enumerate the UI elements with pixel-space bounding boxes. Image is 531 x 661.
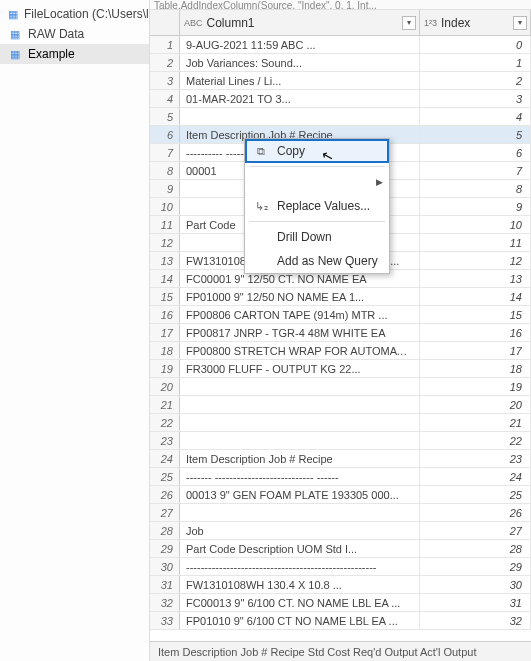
table-row[interactable]: 15 FP01000 9" 12/50 NO NAME EA 1...14 — [150, 288, 531, 306]
cell-column1[interactable]: Material Lines / Li... — [180, 72, 420, 89]
table-row[interactable]: 2 Job Variances: Sound...1 — [150, 54, 531, 72]
table-row[interactable]: 2120 — [150, 396, 531, 414]
row-number[interactable]: 29 — [150, 540, 180, 557]
row-number[interactable]: 20 — [150, 378, 180, 395]
cell-column1[interactable]: 9-AUG-2021 11:59 ABC ... — [180, 36, 420, 53]
cell-index[interactable]: 7 — [420, 162, 531, 179]
cell-column1[interactable]: 00013 9" GEN FOAM PLATE 193305 000... — [180, 486, 420, 503]
cell-index[interactable]: 27 — [420, 522, 531, 539]
cell-column1[interactable]: FC00013 9" 6/100 CT. NO NAME LBL EA ... — [180, 594, 420, 611]
cell-column1[interactable]: FP01000 9" 12/50 NO NAME EA 1... — [180, 288, 420, 305]
grid-body[interactable]: 19-AUG-2021 11:59 ABC ...02 Job Variance… — [150, 36, 531, 641]
cell-index[interactable]: 26 — [420, 504, 531, 521]
cell-column1[interactable] — [180, 414, 420, 431]
cell-index[interactable]: 3 — [420, 90, 531, 107]
column-header-index[interactable]: 1²3 Index ▾ — [420, 10, 531, 35]
table-row[interactable]: 2322 — [150, 432, 531, 450]
cell-index[interactable]: 8 — [420, 180, 531, 197]
cell-index[interactable]: 20 — [420, 396, 531, 413]
cell-column1[interactable] — [180, 432, 420, 449]
table-row[interactable]: 2019 — [150, 378, 531, 396]
cell-index[interactable]: 13 — [420, 270, 531, 287]
table-row[interactable]: 2600013 9" GEN FOAM PLATE 193305 000...2… — [150, 486, 531, 504]
table-row[interactable]: 18 FP00800 STRETCH WRAP FOR AUTOMATI...1… — [150, 342, 531, 360]
cell-column1[interactable]: FR3000 FLUFF - OUTPUT KG 22... — [180, 360, 420, 377]
row-number[interactable]: 27 — [150, 504, 180, 521]
row-number[interactable]: 2 — [150, 54, 180, 71]
cell-index[interactable]: 29 — [420, 558, 531, 575]
row-number[interactable]: 6 — [150, 126, 180, 143]
sidebar-item-example[interactable]: ▦ Example — [0, 44, 149, 64]
cell-column1[interactable]: ------- --------------------------- ----… — [180, 468, 420, 485]
sidebar-item-filelocation[interactable]: ▦ FileLocation (C:\Users\lisde... — [0, 4, 149, 24]
context-menu-replace-values[interactable]: ↳₂ Replace Values... — [245, 194, 389, 218]
row-number[interactable]: 9 — [150, 180, 180, 197]
table-row[interactable]: 33 FP01010 9" 6/100 CT NO NAME LBL EA ..… — [150, 612, 531, 630]
table-row[interactable]: 4 01-MAR-2021 TO 3...3 — [150, 90, 531, 108]
cell-column1[interactable] — [180, 396, 420, 413]
table-row[interactable]: 28 Job27 — [150, 522, 531, 540]
table-row[interactable]: 16 FP00806 CARTON TAPE (914m) MTR ...15 — [150, 306, 531, 324]
row-number[interactable]: 26 — [150, 486, 180, 503]
cell-index[interactable]: 31 — [420, 594, 531, 611]
table-row[interactable]: 30 -------------------------------------… — [150, 558, 531, 576]
table-row[interactable]: 29 Part Code Description UOM Std I...28 — [150, 540, 531, 558]
row-number[interactable]: 23 — [150, 432, 180, 449]
cell-index[interactable]: 6 — [420, 144, 531, 161]
row-number[interactable]: 14 — [150, 270, 180, 287]
context-menu-copy[interactable]: ⧉ Copy — [245, 139, 389, 163]
cell-index[interactable]: 28 — [420, 540, 531, 557]
cell-index[interactable]: 15 — [420, 306, 531, 323]
table-row[interactable]: 24Item Description Job # Recipe23 — [150, 450, 531, 468]
cell-column1[interactable]: Part Code Description UOM Std I... — [180, 540, 420, 557]
sidebar-item-rawdata[interactable]: ▦ RAW Data — [0, 24, 149, 44]
table-row[interactable]: 3 Material Lines / Li...2 — [150, 72, 531, 90]
filter-dropdown-icon[interactable]: ▾ — [402, 16, 416, 30]
cell-column1[interactable]: FP00800 STRETCH WRAP FOR AUTOMATI... — [180, 342, 420, 359]
row-number[interactable]: 3 — [150, 72, 180, 89]
row-number[interactable]: 18 — [150, 342, 180, 359]
row-number[interactable]: 21 — [150, 396, 180, 413]
cell-column1[interactable]: 01-MAR-2021 TO 3... — [180, 90, 420, 107]
row-number[interactable]: 16 — [150, 306, 180, 323]
table-row[interactable]: 31 FW1310108WH 130.4 X 10.8 ...30 — [150, 576, 531, 594]
row-number[interactable]: 28 — [150, 522, 180, 539]
cell-index[interactable]: 32 — [420, 612, 531, 629]
row-number[interactable]: 4 — [150, 90, 180, 107]
cell-column1[interactable] — [180, 378, 420, 395]
cell-index[interactable]: 23 — [420, 450, 531, 467]
row-number[interactable]: 24 — [150, 450, 180, 467]
filter-dropdown-icon[interactable]: ▾ — [513, 16, 527, 30]
cell-column1[interactable]: Job Variances: Sound... — [180, 54, 420, 71]
cell-index[interactable]: 5 — [420, 126, 531, 143]
row-number[interactable]: 12 — [150, 234, 180, 251]
cell-column1[interactable]: ----------------------------------------… — [180, 558, 420, 575]
cell-index[interactable]: 24 — [420, 468, 531, 485]
row-number[interactable]: 32 — [150, 594, 180, 611]
context-menu-add-as-new-query[interactable]: Add as New Query — [245, 249, 389, 273]
row-number[interactable]: 5 — [150, 108, 180, 125]
context-menu-drill-down[interactable]: Drill Down — [245, 225, 389, 249]
table-row[interactable]: 19-AUG-2021 11:59 ABC ...0 — [150, 36, 531, 54]
table-row[interactable]: 19 FR3000 FLUFF - OUTPUT KG 22...18 — [150, 360, 531, 378]
cell-index[interactable]: 2 — [420, 72, 531, 89]
context-menu-submenu[interactable]: ▶ — [245, 170, 389, 194]
cell-index[interactable]: 1 — [420, 54, 531, 71]
row-number[interactable]: 17 — [150, 324, 180, 341]
cell-index[interactable]: 9 — [420, 198, 531, 215]
select-all-corner[interactable] — [150, 10, 180, 35]
cell-column1[interactable]: FP00817 JNRP - TGR-4 48M WHITE EA — [180, 324, 420, 341]
cell-index[interactable]: 18 — [420, 360, 531, 377]
table-row[interactable]: 17 FP00817 JNRP - TGR-4 48M WHITE EA16 — [150, 324, 531, 342]
cell-column1[interactable]: FP01010 9" 6/100 CT NO NAME LBL EA ... — [180, 612, 420, 629]
cell-index[interactable]: 0 — [420, 36, 531, 53]
cell-index[interactable]: 16 — [420, 324, 531, 341]
row-number[interactable]: 22 — [150, 414, 180, 431]
table-row[interactable]: 25------- --------------------------- --… — [150, 468, 531, 486]
row-number[interactable]: 1 — [150, 36, 180, 53]
row-number[interactable]: 25 — [150, 468, 180, 485]
cell-column1[interactable] — [180, 108, 420, 125]
row-number[interactable]: 30 — [150, 558, 180, 575]
row-number[interactable]: 7 — [150, 144, 180, 161]
cell-column1[interactable]: FW1310108WH 130.4 X 10.8 ... — [180, 576, 420, 593]
